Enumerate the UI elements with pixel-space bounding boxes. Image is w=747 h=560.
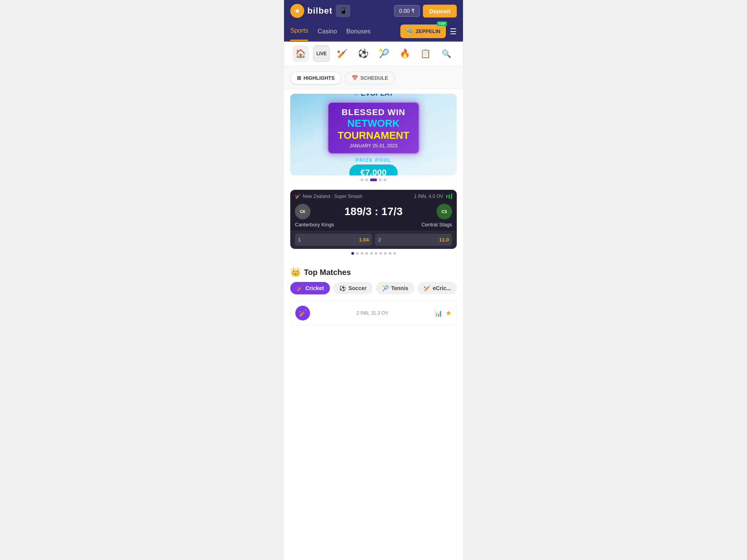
banner-date: JANUARY 25-31, 2023 [338,143,409,149]
live-signal-icon [446,194,452,199]
cricket-bar-icon[interactable]: 🏏 [334,46,351,62]
match-dot-8 [384,252,387,255]
highlights-label: HIGHLIGHTS [303,75,335,81]
match-dot-1 [351,252,354,255]
deposit-button[interactable]: Deposit [423,5,457,18]
team2-name: Central Stags [421,222,452,228]
banner-container: ≡ EVOPLAY BLESSED WIN NETWORK TOURNAMENT… [284,90,463,188]
banner-dot-5 [384,178,386,181]
android-icon[interactable]: 📱 [336,5,351,17]
soccer-tab-icon: ⚽ [339,285,346,291]
live-icon[interactable]: LIVE [313,46,330,62]
odds-button-1[interactable]: 1 1.04 [295,234,372,246]
bottom-match-card[interactable]: 🏏 2 INN, 31.3 OV 📊 ★ [290,301,457,326]
banner-line2: NETWORK [338,117,409,130]
betslip-icon[interactable]: 📋 [417,46,434,62]
banner-dot-2 [365,178,368,181]
match-dot-3 [361,252,363,255]
top-badge: TOP [437,21,447,26]
odds-label-2: 2 [378,237,381,243]
nav-right: 🛸 ZEPPELIN TOP ☰ [400,24,457,38]
search-bar-icon[interactable]: 🔍 [438,46,454,62]
banner-line1: BLESSED WIN [338,107,409,117]
match-dots [290,249,457,258]
tennis-tab-label: Tennis [391,285,408,291]
tab-tennis[interactable]: 🎾 Tennis [376,282,414,294]
ecricket-tab-label: eCric... [433,285,451,291]
match-league-label: New Zealand · Super Smash [303,194,362,199]
banner-line3: TOURNAMENT [338,130,409,142]
nav-bonuses[interactable]: Bonuses [346,23,370,40]
cricket-tab-label: Cricket [305,285,324,291]
home-icon[interactable]: 🏠 [293,46,309,62]
nav-casino[interactable]: Casino [317,23,337,40]
odds-label-1: 1 [298,237,301,243]
nav-bar: Sports Casino Bonuses 🛸 ZEPPELIN TOP ☰ [284,22,463,42]
hamburger-icon[interactable]: ☰ [450,27,457,36]
evoplay-logo: ≡ EVOPLAY [327,94,420,98]
promo-banner[interactable]: ≡ EVOPLAY BLESSED WIN NETWORK TOURNAMENT… [290,94,457,175]
bottom-match-preview: 🏏 2 INN, 31.3 OV 📊 ★ [284,298,463,326]
match-dot-7 [379,252,382,255]
evoplay-chevron-icon: ≡ [353,94,358,98]
top-matches-section: 👑 Top Matches 🏏 Cricket ⚽ Soccer 🎾 Tenni… [284,262,463,298]
zeppelin-label: ZEPPELIN [416,28,440,34]
match-odds-row: 1 1.04 2 11.0 [290,231,457,249]
evoplay-label: EVOPLAY [361,94,393,98]
banner-dot-4 [379,178,382,181]
cricket-tab-icon: 🏏 [296,285,303,291]
favorite-star-icon[interactable]: ★ [445,309,452,317]
zeppelin-button[interactable]: 🛸 ZEPPELIN TOP [400,24,446,38]
match-teams-row: Canterbury Kings Central Stags [290,222,457,231]
cricket-match-icon: 🏏 [295,194,301,199]
match-dot-9 [389,252,391,255]
tab-cricket[interactable]: 🏏 Cricket [290,282,330,294]
logo-text: bilbet [307,6,333,16]
tennis-bar-icon[interactable]: 🎾 [376,46,392,62]
team2-logo: CS [437,204,452,219]
banner-promo-box: BLESSED WIN NETWORK TOURNAMENT JANUARY 2… [327,102,420,154]
match-dot-5 [370,252,373,255]
nav-sports[interactable]: Sports [290,22,308,41]
hot-bar-icon[interactable]: 🔥 [396,46,413,62]
match-score: 189/3 : 17/3 [344,205,402,218]
highlights-button[interactable]: ⊞ HIGHLIGHTS [290,72,341,84]
balance-display: 0.00 ₹ [394,5,420,17]
top-matches-title: Top Matches [304,268,351,277]
tab-ecricket[interactable]: 🏏 eCric... [417,282,457,294]
soccer-tab-label: Soccer [348,285,366,291]
banner-content: ≡ EVOPLAY BLESSED WIN NETWORK TOURNAMENT… [327,94,420,175]
football-bar-icon[interactable]: ⚽ [355,46,371,62]
odds-value-1: 1.04 [359,237,369,243]
schedule-button[interactable]: 📅 SCHEDULE [345,72,395,84]
match-dot-6 [375,252,377,255]
section-title: 👑 Top Matches [290,267,457,277]
tab-soccer[interactable]: ⚽ Soccer [333,282,373,294]
sport-tabs: 🏏 Cricket ⚽ Soccer 🎾 Tennis 🏏 eCric... [290,282,457,294]
chart-icon: 📊 [435,310,442,317]
team1-logo: CK [295,204,310,219]
bottom-innings-info: 2 INN, 31.3 OV [356,310,388,316]
ecricket-tab-icon: 🏏 [424,285,430,291]
match-dot-4 [365,252,368,255]
banner-dot-1 [361,178,363,181]
logo-area: ★ bilbet 📱 [290,4,351,18]
odds-value-2: 11.0 [439,237,449,243]
schedule-label: SCHEDULE [360,75,388,81]
match-dot-10 [393,252,396,255]
match-container: 🏏 New Zealand · Super Smash 1 INN, 4.0 O… [284,188,463,262]
crown-icon: 👑 [290,267,301,277]
tennis-tab-icon: 🎾 [382,285,389,291]
bottom-match-info: 2 INN, 31.3 OV [356,310,388,316]
schedule-calendar-icon: 📅 [352,75,358,81]
banner-prize-amount: €7,000 [349,164,397,175]
filters: ⊞ HIGHLIGHTS 📅 SCHEDULE [284,66,463,90]
odds-button-2[interactable]: 2 11.0 [375,234,452,246]
match-card[interactable]: 🏏 New Zealand · Super Smash 1 INN, 4.0 O… [290,190,457,249]
match-league: 🏏 New Zealand · Super Smash [295,194,362,199]
banner-dot-3 [370,178,377,181]
bottom-team-logo: 🏏 [295,306,310,320]
banner-dots [290,178,457,181]
header: ★ bilbet 📱 0.00 ₹ Deposit [284,0,463,22]
banner-prize-label: PRIZE POOL [327,158,420,163]
